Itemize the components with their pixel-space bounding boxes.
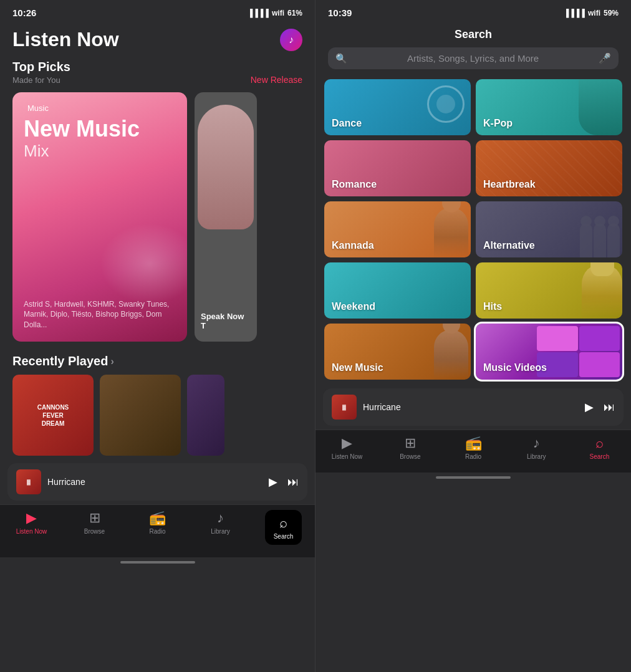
tab-library-label-right: Library: [527, 453, 546, 460]
skip-button-left[interactable]: ⏭: [287, 476, 299, 489]
play-button-right[interactable]: ▶: [585, 400, 594, 414]
play-button-left[interactable]: ▶: [269, 475, 277, 489]
right-panel: 10:39 ▐▐▐▐ wifi 59% Search 🔍 Artists, So…: [316, 0, 631, 672]
tab-listen-label-right: Listen Now: [332, 453, 362, 460]
tab-listen-now-left[interactable]: ▶ Listen Now: [0, 510, 63, 545]
battery-right: 59%: [604, 9, 619, 17]
search-bar[interactable]: 🔍 Artists, Songs, Lyrics, and More 🎤: [328, 47, 619, 69]
status-icons-right: ▐▐▐▐ wifi 59%: [564, 9, 619, 17]
genre-tile-heartbreak[interactable]: Heartbreak: [476, 140, 622, 196]
wifi-icon-right: wifi: [588, 9, 600, 17]
genre-tile-romance[interactable]: Romance: [324, 140, 471, 196]
tab-radio-left[interactable]: 📻 Radio: [126, 510, 189, 545]
made-for-you: Made for You: [12, 75, 70, 85]
tab-radio-label-left: Radio: [149, 528, 165, 535]
genre-tile-weekend[interactable]: Weekend: [324, 262, 471, 319]
tab-browse-label-right: Browse: [400, 453, 420, 460]
search-page-title: Search: [328, 28, 619, 41]
woman-silhouette: [195, 92, 257, 342]
newmusic-person: [434, 330, 468, 380]
tab-browse-icon-left: ⊞: [89, 510, 100, 526]
cards-row: Music New Music Mix Astrid S, Hardwell, …: [0, 87, 315, 347]
genre-tile-kannada[interactable]: Kannada: [324, 201, 471, 257]
signal-icon-left: ▐▐▐▐: [248, 9, 269, 17]
search-header: Search 🔍 Artists, Songs, Lyrics, and Mor…: [316, 22, 631, 74]
tab-bar-right: ▶ Listen Now ⊞ Browse 📻 Radio ♪ Library …: [316, 430, 631, 473]
tab-radio-label-right: Radio: [465, 453, 481, 460]
search-bar-icon: 🔍: [335, 53, 347, 64]
genre-tile-kpop[interactable]: K-Pop: [476, 79, 622, 135]
apple-music-badge: Music: [24, 103, 176, 113]
new-music-mix-card[interactable]: Music New Music Mix Astrid S, Hardwell, …: [12, 92, 187, 342]
recently-played-title: Recently Played: [12, 354, 108, 368]
home-indicator-left: [120, 561, 195, 564]
top-picks-title: Top Picks: [12, 60, 70, 74]
recently-played-arrow: ›: [110, 356, 113, 367]
tab-listen-icon-right: ▶: [342, 435, 352, 451]
brown-album[interactable]: [100, 375, 181, 456]
tab-library-left[interactable]: ♪ Library: [189, 510, 252, 545]
card-secondary-text: Speak Now T: [201, 312, 251, 330]
recently-played-header[interactable]: Recently Played ›: [12, 354, 302, 368]
cannons-album[interactable]: CANNONSFEVERDREAM: [12, 375, 94, 456]
time-left: 10:26: [12, 7, 36, 18]
tab-library-right[interactable]: ♪ Library: [505, 435, 568, 460]
genre-tile-musicvideos[interactable]: Music Videos: [476, 324, 622, 380]
genre-tile-hits[interactable]: Hits: [476, 262, 622, 319]
tab-radio-right[interactable]: 📻 Radio: [441, 435, 504, 460]
mini-player-right[interactable]: ▓ Hurricane ▶ ⏭: [323, 388, 624, 426]
genre-label-dance: Dance: [332, 118, 362, 129]
speak-now-card[interactable]: Speak Now T: [195, 92, 257, 342]
tab-radio-icon-right: 📻: [465, 435, 482, 451]
genre-tile-dance[interactable]: Dance: [324, 79, 471, 135]
genre-label-alternative: Alternative: [483, 240, 535, 251]
hits-person: [582, 264, 622, 319]
genre-label-weekend: Weekend: [332, 301, 375, 312]
mic-icon[interactable]: 🎤: [599, 52, 611, 64]
genre-label-romance: Romance: [332, 179, 377, 190]
tab-listen-icon-left: ▶: [26, 510, 37, 526]
tab-search-right[interactable]: ⌕ Search: [568, 435, 631, 460]
partial-album[interactable]: [187, 375, 224, 456]
wifi-icon-left: wifi: [272, 9, 284, 17]
tab-search-label-left: Search: [274, 533, 294, 540]
mini-player-title-right: Hurricane: [363, 402, 579, 412]
status-icons-left: ▐▐▐▐ wifi 61%: [248, 9, 302, 17]
tab-library-icon-right: ♪: [533, 435, 540, 451]
tab-search-label-right: Search: [590, 453, 610, 460]
card-subtitle: Astrid S, Hardwell, KSHMR, Swanky Tunes,…: [24, 299, 176, 330]
top-picks-header: Top Picks Made for You New Release: [0, 55, 315, 87]
musicvideos-squares: [534, 324, 622, 380]
alt-group-silhouette: [577, 223, 622, 257]
recent-albums-row: CANNONSFEVERDREAM: [12, 375, 302, 456]
tab-browse-right[interactable]: ⊞ Browse: [378, 435, 441, 460]
tab-bar-left: ▶ Listen Now ⊞ Browse 📻 Radio ♪ Library …: [0, 504, 315, 557]
tab-search-left[interactable]: ⌕ Search: [252, 510, 315, 545]
genre-tile-alternative[interactable]: Alternative: [476, 201, 622, 257]
tab-search-icon-left: ⌕: [279, 515, 287, 531]
tab-browse-label-left: Browse: [84, 528, 105, 535]
mini-player-controls-left: ▶ ⏭: [269, 475, 299, 489]
kannada-person: [434, 208, 468, 257]
card-blob: [100, 223, 187, 304]
tab-listen-now-right[interactable]: ▶ Listen Now: [316, 435, 378, 460]
genre-label-musicvideos: Music Videos: [483, 362, 547, 373]
tab-browse-icon-right: ⊞: [405, 435, 416, 451]
genre-label-heartbreak: Heartbreak: [483, 179, 536, 190]
search-bar-placeholder: Artists, Songs, Lyrics, and More: [352, 53, 594, 64]
skip-button-right[interactable]: ⏭: [604, 401, 615, 414]
tab-browse-left[interactable]: ⊞ Browse: [63, 510, 126, 545]
genre-label-kannada: Kannada: [332, 240, 374, 251]
mini-player-art-right: ▓: [332, 395, 357, 420]
profile-icon[interactable]: ♪: [280, 29, 302, 51]
mini-player-left[interactable]: ▓ Hurricane ▶ ⏭: [7, 463, 307, 501]
genre-label-newmusic: New Music: [332, 362, 383, 373]
new-release-label: New Release: [251, 75, 302, 85]
card-title-2: Mix: [24, 142, 176, 161]
time-right: 10:39: [328, 7, 352, 18]
genre-label-hits: Hits: [483, 301, 502, 312]
genre-grid: Dance K-Pop Romance Heartbreak Kannada: [316, 74, 631, 385]
genre-tile-newmusic[interactable]: New Music: [324, 324, 471, 380]
kpop-texture: [579, 79, 622, 135]
listen-now-title: Listen Now: [12, 28, 119, 51]
